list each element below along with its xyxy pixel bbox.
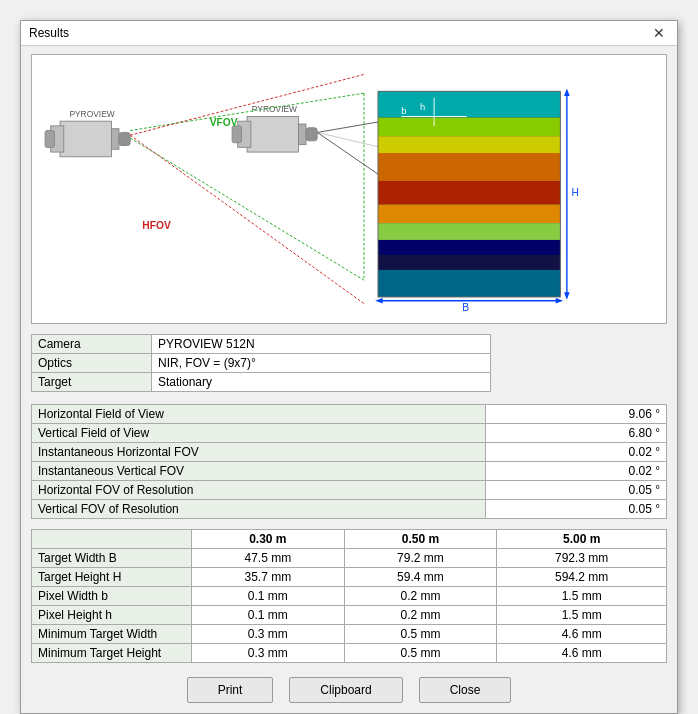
svg-rect-11 xyxy=(306,128,317,141)
camera-info-table: CameraPYROVIEW 512NOpticsNIR, FOV = (9x7… xyxy=(31,334,491,392)
spec-row: Horizontal FOV of Resolution0.05 ° xyxy=(32,481,667,500)
dist-data-row: Target Width B47.5 mm79.2 mm792.3 mm xyxy=(32,549,667,568)
dist-row-value: 0.2 mm xyxy=(344,606,497,625)
svg-rect-25 xyxy=(378,117,560,136)
spec-row: Vertical FOV of Resolution0.05 ° xyxy=(32,500,667,519)
dist-header-empty xyxy=(32,530,192,549)
dist-row-value: 0.1 mm xyxy=(192,587,345,606)
dist-row-value: 47.5 mm xyxy=(192,549,345,568)
spec-row: Instantaneous Horizontal FOV0.02 ° xyxy=(32,443,667,462)
svg-rect-9 xyxy=(232,126,241,143)
spec-row: Instantaneous Vertical FOV0.02 ° xyxy=(32,462,667,481)
specs-section: Horizontal Field of View9.06 °Vertical F… xyxy=(31,404,667,519)
close-window-button[interactable]: ✕ xyxy=(649,25,669,41)
clipboard-button[interactable]: Clipboard xyxy=(289,677,402,703)
dist-data-row: Pixel Width b0.1 mm0.2 mm1.5 mm xyxy=(32,587,667,606)
svg-rect-31 xyxy=(378,240,560,255)
dist-row-value: 35.7 mm xyxy=(192,568,345,587)
spec-row: Vertical Field of View6.80 ° xyxy=(32,424,667,443)
svg-rect-26 xyxy=(378,136,560,153)
results-window: Results ✕ PYROVIEW xyxy=(20,20,678,714)
dist-row-value: 1.5 mm xyxy=(497,587,667,606)
spec-label: Instantaneous Horizontal FOV xyxy=(32,443,486,462)
window-title: Results xyxy=(29,26,69,40)
camera-info-row: OpticsNIR, FOV = (9x7)° xyxy=(32,354,491,373)
svg-rect-10 xyxy=(299,124,306,145)
dist-row-value: 0.5 mm xyxy=(344,625,497,644)
dist-data-row: Target Height H35.7 mm59.4 mm594.2 mm xyxy=(32,568,667,587)
spec-label: Vertical FOV of Resolution xyxy=(32,500,486,519)
svg-text:H: H xyxy=(572,187,579,198)
camera-info-value: Stationary xyxy=(152,373,491,392)
spec-row: Horizontal Field of View9.06 ° xyxy=(32,405,667,424)
dist-row-label: Minimum Target Height xyxy=(32,644,192,663)
dist-row-value: 59.4 mm xyxy=(344,568,497,587)
dist-row-value: 0.2 mm xyxy=(344,587,497,606)
title-bar: Results ✕ xyxy=(21,21,677,46)
dist-row-value: 0.5 mm xyxy=(344,644,497,663)
camera-info-label: Target xyxy=(32,373,152,392)
camera-info-value: PYROVIEW 512N xyxy=(152,335,491,354)
svg-rect-28 xyxy=(378,181,560,204)
dist-row-value: 1.5 mm xyxy=(497,606,667,625)
main-content: PYROVIEW PYROVIEW VFOV xyxy=(21,46,677,713)
svg-rect-1 xyxy=(60,121,111,157)
spec-value: 6.80 ° xyxy=(485,424,666,443)
svg-text:VFOV: VFOV xyxy=(210,117,238,128)
dist-row-label: Target Width B xyxy=(32,549,192,568)
camera-info-label: Optics xyxy=(32,354,152,373)
svg-text:b: b xyxy=(401,106,406,116)
spec-label: Horizontal Field of View xyxy=(32,405,486,424)
specs-table: Horizontal Field of View9.06 °Vertical F… xyxy=(31,404,667,519)
diagram-area: PYROVIEW PYROVIEW VFOV xyxy=(31,54,667,324)
dist-data-row: Minimum Target Width0.3 mm0.5 mm4.6 mm xyxy=(32,625,667,644)
svg-rect-30 xyxy=(378,223,560,240)
camera-info-value: NIR, FOV = (9x7)° xyxy=(152,354,491,373)
distance-section: 0.30 m0.50 m5.00 m Target Width B47.5 mm… xyxy=(31,529,667,663)
dist-header-col: 5.00 m xyxy=(497,530,667,549)
dist-row-value: 594.2 mm xyxy=(497,568,667,587)
dist-row-value: 4.6 mm xyxy=(497,644,667,663)
svg-text:HFOV: HFOV xyxy=(142,220,171,231)
dist-row-value: 4.6 mm xyxy=(497,625,667,644)
dist-row-value: 792.3 mm xyxy=(497,549,667,568)
svg-text:PYROVIEW: PYROVIEW xyxy=(252,104,297,114)
svg-rect-29 xyxy=(378,204,560,223)
svg-rect-3 xyxy=(45,131,54,148)
svg-rect-33 xyxy=(378,270,560,297)
camera-info-row: TargetStationary xyxy=(32,373,491,392)
button-row: Print Clipboard Close xyxy=(31,677,667,703)
spec-label: Instantaneous Vertical FOV xyxy=(32,462,486,481)
svg-text:PYROVIEW: PYROVIEW xyxy=(69,109,114,119)
svg-text:h: h xyxy=(420,102,425,112)
spec-value: 0.05 ° xyxy=(485,500,666,519)
dist-header-col: 0.50 m xyxy=(344,530,497,549)
distance-table: 0.30 m0.50 m5.00 m Target Width B47.5 mm… xyxy=(31,529,667,663)
thermal-target: h b H B xyxy=(375,88,579,313)
dist-data-row: Pixel Height h0.1 mm0.2 mm1.5 mm xyxy=(32,606,667,625)
spec-value: 0.05 ° xyxy=(485,481,666,500)
spec-label: Vertical Field of View xyxy=(32,424,486,443)
spec-value: 9.06 ° xyxy=(485,405,666,424)
spec-value: 0.02 ° xyxy=(485,443,666,462)
spec-label: Horizontal FOV of Resolution xyxy=(32,481,486,500)
svg-rect-5 xyxy=(119,132,130,145)
dist-row-value: 0.3 mm xyxy=(192,625,345,644)
dist-data-row: Minimum Target Height0.3 mm0.5 mm4.6 mm xyxy=(32,644,667,663)
spec-value: 0.02 ° xyxy=(485,462,666,481)
camera-info-row: CameraPYROVIEW 512N xyxy=(32,335,491,354)
dist-row-value: 0.1 mm xyxy=(192,606,345,625)
svg-rect-7 xyxy=(247,117,298,153)
svg-rect-4 xyxy=(111,129,118,150)
dist-row-value: 0.3 mm xyxy=(192,644,345,663)
dist-row-label: Pixel Height h xyxy=(32,606,192,625)
dist-header-row: 0.30 m0.50 m5.00 m xyxy=(32,530,667,549)
print-button[interactable]: Print xyxy=(187,677,274,703)
camera-info-label: Camera xyxy=(32,335,152,354)
close-button[interactable]: Close xyxy=(419,677,512,703)
dist-row-value: 79.2 mm xyxy=(344,549,497,568)
dist-row-label: Target Height H xyxy=(32,568,192,587)
svg-rect-32 xyxy=(378,255,560,270)
dist-header-col: 0.30 m xyxy=(192,530,345,549)
svg-text:B: B xyxy=(462,302,469,313)
